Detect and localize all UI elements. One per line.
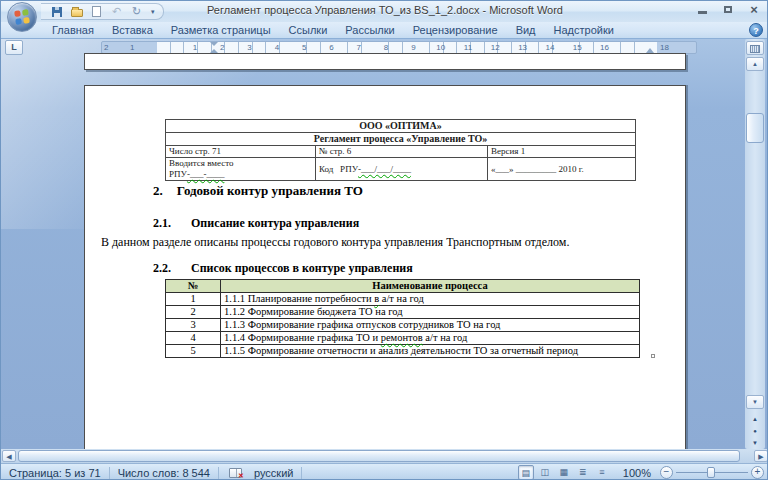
open-icon[interactable] [69, 5, 84, 19]
ruler-number: 15 [572, 42, 582, 53]
indent-marker-icon[interactable] [210, 42, 218, 53]
process-row: 4 1.1.4 Формирование графика ТО и ремонт… [166, 332, 640, 345]
ruler-number: 7 [354, 42, 364, 53]
minimize-button[interactable] [693, 3, 711, 16]
tab-addins[interactable]: Надстройки [545, 23, 623, 38]
tab-review[interactable]: Рецензирование [404, 23, 507, 38]
ruler-margin-number: 18 [660, 42, 669, 53]
process-table: № Наименование процесса 1 1.1.1 Планиров… [165, 279, 640, 358]
page-number: № стр. 6 [316, 146, 488, 158]
page-indicator[interactable]: Страница: 5 из 71 [1, 467, 109, 479]
zoom-in-icon[interactable]: + [751, 466, 764, 479]
ruler-number: 1 [190, 42, 200, 53]
horizontal-scroll-thumb[interactable] [18, 450, 740, 462]
document-title: Регламент процесса «Управление ТО» [166, 133, 636, 146]
table-row: ООО «ОПТИМА» [166, 120, 636, 133]
scroll-right-icon[interactable]: ▶ [754, 450, 768, 462]
document-header-table: ООО «ОПТИМА» Регламент процесса «Управле… [165, 119, 636, 181]
scroll-up-icon[interactable]: ▲ [746, 57, 764, 71]
ruler-text-area: 12345678910111213141516 [157, 42, 657, 53]
help-icon[interactable]: ? [749, 23, 763, 37]
office-logo-icon [14, 9, 30, 25]
scroll-left-icon[interactable]: ◀ [2, 450, 16, 462]
next-page-icon[interactable]: ▼ [746, 437, 764, 449]
replaces-cell: Вводится вместо РПУ-___-____ [166, 158, 316, 181]
vertical-scroll-thumb[interactable] [746, 113, 764, 143]
process-row: 1 1.1.1 Планирование потребности в а/т н… [166, 293, 640, 306]
col-header-number: № [166, 280, 221, 293]
ribbon-tab-row: Главная Вставка Разметка страницы Ссылки… [1, 22, 768, 39]
tab-page-layout[interactable]: Разметка страницы [162, 23, 280, 38]
tab-references[interactable]: Ссылки [280, 23, 337, 38]
ruler-number: 12 [490, 42, 500, 53]
status-bar: Страница: 5 из 71 Число слов: 8 544 русс… [1, 463, 768, 480]
web-layout-view-icon[interactable]: ▦ [556, 465, 572, 480]
language-indicator[interactable]: русский [246, 467, 301, 479]
ruler-number: 4 [272, 42, 282, 53]
close-button[interactable]: × [745, 3, 763, 16]
process-table-header-row: № Наименование процесса [166, 280, 640, 293]
tab-home[interactable]: Главная [43, 23, 103, 38]
outline-view-icon[interactable]: ≣ [575, 465, 591, 480]
word-window: ↶ ↻ ▾ Регламент процесса Управления ТО_и… [0, 0, 768, 480]
tab-mailings[interactable]: Рассылки [336, 23, 403, 38]
table-row: Регламент процесса «Управление ТО» [166, 133, 636, 146]
ruler-number: 11 [463, 42, 473, 53]
body-paragraph: В данном разделе описаны процессы годово… [101, 235, 679, 250]
heading-2-2: 2.2.Список процессов в контуре управлени… [153, 261, 413, 276]
ruler-number: 2 [217, 42, 227, 53]
ruler-number: 3 [245, 42, 255, 53]
ruler-toggle-icon[interactable] [746, 41, 764, 55]
title-bar: ↶ ↻ ▾ Регламент процесса Управления ТО_и… [1, 1, 768, 22]
draft-view-icon[interactable]: ≡ [594, 465, 610, 480]
full-screen-reading-view-icon[interactable]: ◫ [537, 465, 553, 480]
previous-page-fragment[interactable] [84, 53, 686, 70]
document-page[interactable]: ООО «ОПТИМА» Регламент процесса «Управле… [84, 85, 686, 449]
pages-count: Число стр. 71 [166, 146, 316, 158]
table-row: Вводится вместо РПУ-___-____ Код РПУ-___… [166, 158, 636, 181]
ruler-number: 6 [327, 42, 337, 53]
ruler-number: 13 [518, 42, 528, 53]
ruler-number: 8 [381, 42, 391, 53]
print-layout-view-icon[interactable]: ▤ [518, 465, 534, 480]
ruler-margin-number: 1 [130, 42, 134, 53]
horizontal-scrollbar[interactable]: ◀ ▶ [1, 449, 768, 463]
col-header-name: Наименование процесса [221, 280, 640, 293]
previous-page-icon[interactable]: ▲ [746, 413, 764, 425]
new-document-icon[interactable] [89, 5, 104, 19]
tab-stop-selector[interactable]: L [5, 40, 23, 55]
save-icon[interactable] [49, 5, 64, 19]
ruler-number: 5 [299, 42, 309, 53]
ruler-number: 16 [600, 42, 610, 53]
ruler-number: 14 [545, 42, 555, 53]
ruler-number: 10 [436, 42, 446, 53]
tab-view[interactable]: Вид [507, 23, 545, 38]
restore-button[interactable] [719, 3, 737, 16]
office-button[interactable] [7, 2, 37, 32]
word-count[interactable]: Число слов: 8 544 [110, 467, 218, 479]
select-browse-object-icon[interactable]: ● [746, 425, 764, 437]
tab-insert[interactable]: Вставка [103, 23, 162, 38]
zoom-slider[interactable] [676, 466, 748, 479]
code-cell: Код РПУ-___/___/____ [316, 158, 488, 181]
undo-icon[interactable]: ↶ [109, 5, 124, 19]
zoom-slider-thumb[interactable] [707, 467, 715, 478]
ruler-number: 9 [408, 42, 418, 53]
company-name: ООО «ОПТИМА» [166, 120, 636, 133]
table-row: Число стр. 71 № стр. 6 Версия 1 [166, 146, 636, 158]
vertical-scrollbar[interactable]: ▲ ▼ ▲ ● ▼ [745, 39, 765, 449]
scroll-down-icon[interactable]: ▼ [746, 395, 764, 409]
version: Версия 1 [488, 146, 636, 158]
window-title: Регламент процесса Управления ТО_из BS_1… [141, 4, 629, 16]
proofing-errors-icon[interactable] [229, 468, 242, 478]
zoom-level[interactable]: 100% [613, 467, 657, 479]
window-controls: × [693, 3, 763, 16]
process-row: 2 1.1.2 Формирование бюджета ТО на год [166, 306, 640, 319]
zoom-out-icon[interactable]: − [660, 466, 673, 479]
end-of-cell-marker [651, 354, 655, 358]
status-bar-right: ▤ ◫ ▦ ≣ ≡ 100% − + [518, 465, 768, 480]
process-row: 5 1.1.5 Формирование отчетности и анализ… [166, 345, 640, 358]
ruler-margin-number: 2 [104, 42, 108, 53]
process-row: 3 1.1.3 Формирование графика отпусков со… [166, 319, 640, 332]
date-cell: «___» _________ 2010 г. [488, 158, 636, 181]
